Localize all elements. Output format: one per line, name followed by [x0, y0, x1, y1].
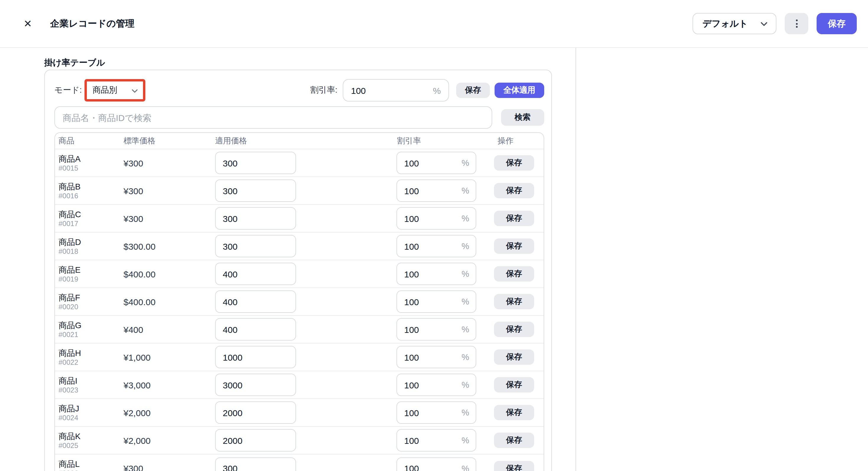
applied-price-input[interactable] — [216, 458, 296, 471]
row-save-button[interactable]: 保存 — [494, 238, 534, 254]
mode-label: モード: — [54, 85, 82, 96]
row-save-button[interactable]: 保存 — [494, 211, 534, 226]
product-cell: 商品J #0024 — [55, 403, 119, 422]
applied-price-inputbox — [215, 263, 296, 285]
row-discount-input[interactable] — [397, 291, 462, 312]
row-discount-input[interactable] — [397, 208, 462, 229]
product-id: #0022 — [59, 358, 119, 366]
applied-price-input[interactable] — [216, 208, 296, 229]
applied-price-input[interactable] — [216, 263, 296, 284]
standard-price: ¥300 — [119, 158, 210, 168]
row-discount-input[interactable] — [397, 180, 462, 201]
table-row: 商品K #0025 ¥2,000 % 保存 — [55, 427, 544, 455]
applied-price-input[interactable] — [216, 319, 296, 340]
applied-price-inputbox — [215, 429, 296, 451]
row-discount-input[interactable] — [397, 236, 462, 257]
col-header-applied-price: 適用価格 — [210, 135, 394, 146]
row-discount-input[interactable] — [397, 346, 462, 368]
applied-price-input[interactable] — [216, 346, 296, 368]
applied-price-inputbox — [215, 235, 296, 257]
applied-price-inputbox — [215, 318, 296, 341]
applied-price-input[interactable] — [216, 374, 296, 396]
mode-select-value: 商品別 — [92, 85, 117, 96]
discount-rate-inputbox: % — [343, 79, 449, 102]
applied-price-input[interactable] — [216, 180, 296, 201]
discount-rate-inputbox: % — [397, 401, 476, 424]
table-row: 商品B #0016 ¥300 % 保存 — [55, 177, 544, 205]
profile-select-value: デフォルト — [703, 18, 748, 29]
product-name: 商品K — [59, 431, 119, 441]
more-options-button[interactable] — [785, 13, 808, 34]
row-discount-input[interactable] — [397, 430, 462, 451]
row-save-button[interactable]: 保存 — [494, 266, 534, 281]
standard-price: ¥1,000 — [119, 352, 210, 362]
applied-price-input[interactable] — [216, 152, 296, 173]
applied-price-inputbox — [215, 291, 296, 313]
percent-suffix: % — [462, 297, 476, 306]
applied-price-input[interactable] — [216, 236, 296, 257]
product-name: 商品E — [59, 265, 119, 274]
chevron-down-icon — [131, 85, 137, 96]
product-name: 商品C — [59, 209, 119, 219]
row-save-button[interactable]: 保存 — [494, 322, 534, 337]
col-header-product: 商品 — [55, 135, 119, 146]
percent-suffix: % — [462, 380, 476, 390]
discount-rate-inputbox: % — [397, 374, 476, 396]
standard-price: $400.00 — [119, 297, 210, 307]
row-discount-input[interactable] — [397, 402, 462, 423]
mode-select[interactable]: 商品別 — [87, 81, 143, 99]
table-row: 商品G #0021 ¥400 % 保存 — [55, 316, 544, 343]
chevron-down-icon — [761, 18, 768, 29]
product-name: 商品B — [59, 181, 119, 191]
apply-all-button[interactable]: 全体適用 — [495, 82, 544, 98]
row-discount-input[interactable] — [397, 263, 462, 284]
row-save-button[interactable]: 保存 — [494, 461, 534, 471]
product-cell: 商品K #0025 — [55, 431, 119, 449]
row-save-button[interactable]: 保存 — [494, 294, 534, 309]
search-input[interactable] — [55, 107, 492, 128]
product-cell: 商品B #0016 — [55, 181, 119, 200]
applied-price-input[interactable] — [216, 402, 296, 423]
row-discount-input[interactable] — [397, 458, 462, 471]
search-inputbox — [54, 106, 492, 129]
table-row: 商品A #0015 ¥300 % 保存 — [55, 149, 544, 177]
discount-rate-inputbox: % — [397, 207, 476, 230]
applied-price-inputbox — [215, 457, 296, 471]
search-button[interactable]: 検索 — [501, 109, 544, 126]
product-table: 商品 標準価格 適用価格 割引率 操作 商品A #0015 ¥300 % — [54, 132, 544, 471]
row-discount-input[interactable] — [397, 152, 462, 173]
row-save-button[interactable]: 保存 — [494, 405, 534, 420]
discount-rate-input[interactable] — [343, 80, 433, 101]
close-icon[interactable]: ✕ — [20, 16, 35, 31]
table-row: 商品C #0017 ¥300 % 保存 — [55, 205, 544, 233]
row-discount-input[interactable] — [397, 374, 462, 396]
table-row: 商品I #0023 ¥3,000 % 保存 — [55, 371, 544, 399]
table-row: 商品H #0022 ¥1,000 % 保存 — [55, 343, 544, 371]
product-cell: 商品F #0020 — [55, 293, 119, 311]
discount-save-button[interactable]: 保存 — [456, 82, 490, 98]
row-save-button[interactable]: 保存 — [494, 155, 534, 171]
row-save-button[interactable]: 保存 — [494, 349, 534, 365]
standard-price: ¥300 — [119, 463, 210, 471]
row-save-button[interactable]: 保存 — [494, 377, 534, 393]
applied-price-inputbox — [215, 401, 296, 424]
product-name: 商品F — [59, 293, 119, 302]
applied-price-input[interactable] — [216, 430, 296, 451]
product-cell: 商品A #0015 — [55, 154, 119, 172]
col-header-actions: 操作 — [494, 135, 544, 146]
table-row: 商品J #0024 ¥2,000 % 保存 — [55, 399, 544, 427]
kebab-icon — [796, 20, 797, 21]
applied-price-inputbox — [215, 346, 296, 368]
product-cell: 商品H #0022 — [55, 348, 119, 366]
discount-rate-inputbox: % — [397, 457, 476, 471]
mode-row: モード: 商品別 割引率: % — [54, 79, 544, 102]
applied-price-input[interactable] — [216, 291, 296, 312]
row-save-button[interactable]: 保存 — [494, 183, 534, 198]
row-save-button[interactable]: 保存 — [494, 433, 534, 448]
profile-select[interactable]: デフォルト — [692, 13, 776, 34]
product-id: #0015 — [59, 164, 119, 172]
row-discount-input[interactable] — [397, 319, 462, 340]
page: ✕ 企業レコードの管理 デフォルト 保存 掛け率テーブル モード: — [0, 0, 868, 471]
left-column: 掛け率テーブル モード: 商品別 割引率: — [0, 48, 868, 471]
save-button[interactable]: 保存 — [816, 13, 857, 34]
